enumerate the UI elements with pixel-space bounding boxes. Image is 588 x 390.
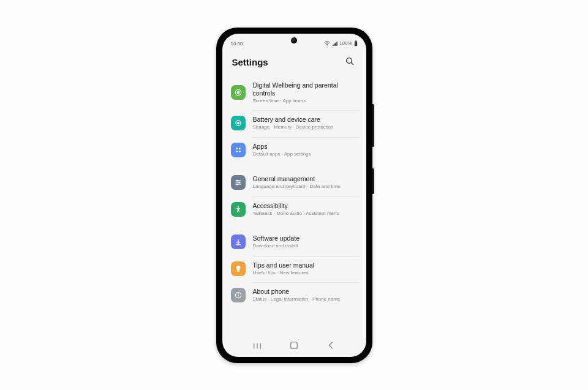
front-camera bbox=[291, 37, 297, 43]
svg-point-19 bbox=[237, 206, 238, 208]
settings-item-battery[interactable]: Battery and device care Storage · Memory… bbox=[227, 110, 361, 137]
home-button[interactable] bbox=[282, 341, 306, 352]
svg-line-4 bbox=[351, 62, 353, 65]
svg-point-18 bbox=[236, 184, 238, 185]
wellbeing-icon bbox=[231, 85, 246, 100]
svg-rect-20 bbox=[237, 271, 239, 271]
page-title: Settings bbox=[232, 57, 268, 67]
signal-icon bbox=[332, 41, 337, 46]
settings-list[interactable]: Digital Wellbeing and parental controls … bbox=[222, 75, 366, 339]
settings-item-subtitle: TalkBack · Mono audio · Assistant menu bbox=[253, 211, 358, 217]
svg-point-0 bbox=[326, 45, 327, 45]
search-button[interactable] bbox=[343, 56, 356, 69]
svg-point-23 bbox=[238, 294, 238, 294]
back-icon bbox=[327, 341, 334, 352]
settings-item-subtitle: Storage · Memory · Device protection bbox=[253, 124, 358, 130]
about-icon bbox=[231, 288, 246, 302]
svg-point-11 bbox=[236, 151, 238, 152]
general-icon bbox=[231, 175, 246, 190]
settings-item-title: About phone bbox=[253, 288, 358, 296]
settings-item-apps[interactable]: Apps Default apps · App settings bbox=[227, 137, 361, 163]
svg-point-9 bbox=[236, 148, 238, 149]
settings-item-title: Software update bbox=[253, 234, 358, 242]
settings-item-wellbeing[interactable]: Digital Wellbeing and parental controls … bbox=[227, 75, 361, 110]
svg-point-12 bbox=[238, 151, 240, 152]
group-separator bbox=[227, 222, 361, 228]
software-update-icon bbox=[231, 234, 246, 249]
settings-item-subtitle: Default apps · App settings bbox=[253, 151, 358, 157]
navigation-bar bbox=[222, 339, 366, 357]
settings-item-software[interactable]: Software update Download and install bbox=[227, 228, 361, 255]
svg-point-10 bbox=[238, 148, 240, 149]
settings-item-subtitle: Screen time · App timers bbox=[253, 98, 358, 104]
settings-item-title: Accessibility bbox=[253, 202, 358, 210]
search-icon bbox=[345, 56, 355, 69]
power-button bbox=[372, 168, 374, 194]
settings-item-accessibility[interactable]: Accessibility TalkBack · Mono audio · As… bbox=[227, 196, 361, 223]
back-button[interactable] bbox=[318, 341, 343, 352]
svg-point-17 bbox=[238, 182, 239, 183]
settings-item-title: Apps bbox=[253, 143, 358, 151]
settings-item-tips[interactable]: Tips and user manual Useful tips · New f… bbox=[227, 255, 361, 282]
tips-icon bbox=[231, 261, 246, 276]
battery-care-icon bbox=[231, 116, 246, 130]
battery-icon bbox=[354, 40, 358, 47]
svg-rect-2 bbox=[355, 40, 356, 41]
settings-item-title: General management bbox=[253, 175, 358, 183]
apps-icon bbox=[231, 143, 246, 157]
svg-point-3 bbox=[346, 58, 352, 63]
settings-item-title: Digital Wellbeing and parental controls bbox=[253, 81, 358, 97]
settings-header: Settings bbox=[222, 47, 366, 75]
settings-item-about[interactable]: About phone Status · Legal information ·… bbox=[227, 282, 361, 309]
status-time: 10:00 bbox=[231, 41, 243, 47]
svg-point-16 bbox=[236, 181, 238, 182]
settings-item-general[interactable]: General management Language and keyboard… bbox=[227, 169, 361, 196]
settings-item-title: Tips and user manual bbox=[253, 261, 358, 269]
phone-frame: 10:00 bbox=[216, 28, 372, 363]
settings-item-subtitle: Download and install bbox=[253, 243, 358, 249]
accessibility-icon bbox=[231, 202, 246, 217]
svg-rect-1 bbox=[354, 41, 356, 46]
svg-point-6 bbox=[237, 92, 239, 94]
recents-icon bbox=[253, 341, 262, 352]
wifi-icon bbox=[324, 41, 330, 46]
home-icon bbox=[290, 341, 298, 352]
battery-text: 100% bbox=[339, 40, 352, 46]
group-separator bbox=[227, 163, 361, 169]
svg-rect-27 bbox=[291, 342, 298, 348]
recents-button[interactable] bbox=[245, 341, 270, 352]
settings-item-title: Battery and device care bbox=[253, 116, 358, 124]
settings-item-subtitle: Status · Legal information · Phone name bbox=[253, 296, 358, 302]
settings-item-subtitle: Language and keyboard · Date and time bbox=[253, 184, 358, 190]
volume-button bbox=[372, 104, 374, 147]
settings-item-subtitle: Useful tips · New features bbox=[253, 270, 358, 276]
svg-point-8 bbox=[237, 122, 239, 124]
screen: 10:00 bbox=[222, 34, 366, 357]
